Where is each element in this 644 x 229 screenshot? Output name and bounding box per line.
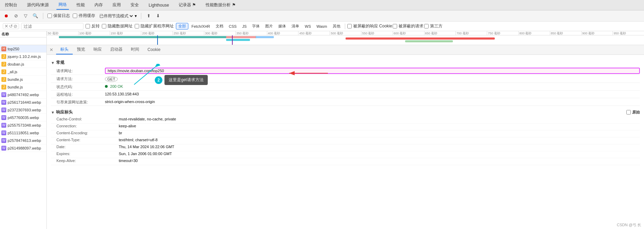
file-list-panel: H top250 J jquery-1.10.2.min.js J douban… bbox=[0, 45, 47, 229]
chevron-down-icon: ▾ bbox=[135, 14, 137, 18]
type-media[interactable]: 媒体 bbox=[276, 23, 288, 29]
file-item-webp-3[interactable]: W p2372307693.webp bbox=[0, 106, 46, 114]
throttle-select[interactable]: 已停用节流模式 bbox=[98, 13, 134, 19]
record-button[interactable]: ⏺ bbox=[3, 12, 10, 19]
file-item-webp-7[interactable]: W p2578474613.webp bbox=[0, 137, 46, 144]
tab-timing[interactable]: 时间 bbox=[127, 45, 143, 54]
tab-response[interactable]: 响应 bbox=[89, 45, 106, 54]
third-party-checkbox[interactable]: 第三方 bbox=[424, 23, 442, 29]
csdn-watermark: CSDN @弓.长 bbox=[617, 222, 641, 228]
hide-extension-url-checkbox[interactable]: 隐藏扩展程序网址 bbox=[135, 23, 174, 29]
stop-button[interactable]: ⊘ bbox=[12, 12, 19, 19]
nav-memory[interactable]: 内存 bbox=[92, 1, 105, 9]
nav-perf-insights[interactable]: 性能数据分析 ⚑ bbox=[204, 1, 238, 9]
file-item-webp-8[interactable]: W p2614988097.webp bbox=[0, 144, 46, 152]
file-item-bundle-2[interactable]: J bundle.js bbox=[0, 83, 46, 91]
filter-bar: ✕ ↺ ⊘ 反转 隐藏数据网址 隐藏扩展程序网址 全部 Fetch/XHR 文档… bbox=[0, 22, 644, 31]
type-font[interactable]: 字体 bbox=[250, 23, 262, 29]
import-button[interactable]: ⬆ bbox=[145, 12, 152, 19]
type-doc[interactable]: 文档 bbox=[213, 23, 226, 29]
file-item-webp-2[interactable]: W p2561716440.webp bbox=[0, 99, 46, 106]
type-wasm[interactable]: Wasm bbox=[314, 24, 330, 29]
type-img[interactable]: 图片 bbox=[263, 23, 275, 29]
annotation-2: 2 这里是get请求方法 bbox=[155, 75, 208, 85]
timeline-tick: 200 毫秒 bbox=[141, 31, 172, 35]
blocked-request-checkbox[interactable]: 被屏蔽的请求 bbox=[393, 23, 423, 29]
resp-cache-control: Cache-Control: must-revalidate, no-cache… bbox=[51, 117, 640, 124]
nav-security[interactable]: 安全 bbox=[128, 1, 141, 9]
tab-cookie[interactable]: Cookie bbox=[143, 46, 164, 54]
filter-clear-icon[interactable]: ✕ bbox=[5, 24, 8, 29]
nav-sources[interactable]: 源代码/来源 bbox=[25, 1, 51, 9]
network-toolbar: ⏺ ⊘ ▽ 🔍 保留日志 停用缓存 已停用节流模式 ▾ ⬆ ⬇ bbox=[0, 10, 644, 22]
status-code-label: 状态代码: bbox=[56, 84, 105, 90]
filter-block-icon[interactable]: ⊘ bbox=[14, 24, 17, 29]
response-headers-toggle-icon[interactable]: ▼ bbox=[51, 110, 55, 114]
js-file-icon-5: J bbox=[1, 85, 6, 90]
timeline-tick: 300 毫秒 bbox=[204, 31, 235, 35]
timeline-area: 名称 50 毫秒100 毫秒150 毫秒200 毫秒250 毫秒300 毫秒35… bbox=[0, 31, 644, 45]
reverse-checkbox[interactable]: 反转 bbox=[86, 23, 100, 29]
search-button[interactable]: 🔍 bbox=[32, 12, 39, 19]
file-item-webp-5[interactable]: W p2557573348.webp bbox=[0, 121, 46, 129]
file-item-top250[interactable]: H top250 bbox=[0, 45, 46, 53]
timeline-tick: 450 毫秒 bbox=[298, 31, 330, 35]
file-item-all-js[interactable]: J _all.js bbox=[0, 68, 46, 76]
file-item-webp-6[interactable]: W p511118051.webp bbox=[0, 129, 46, 137]
type-other[interactable]: 其他 bbox=[330, 23, 343, 29]
right-panel: ✕ 标头 预览 响应 启动器 时间 Cookie ▼ 常规 请求网址: http… bbox=[47, 45, 644, 229]
file-item-douban-js[interactable]: J douban.js bbox=[0, 60, 46, 68]
filter-input[interactable] bbox=[21, 23, 83, 30]
js-file-icon-1: J bbox=[1, 54, 6, 59]
tab-initiator[interactable]: 启动器 bbox=[106, 45, 127, 54]
timeline-tick: 150 毫秒 bbox=[110, 31, 141, 35]
close-panel-button[interactable]: ✕ bbox=[50, 47, 53, 52]
timeline-tick: 250 毫秒 bbox=[172, 31, 204, 35]
wf-bar-6 bbox=[405, 40, 453, 42]
resp-keep-alive: Keep-Alive: timeout=30 bbox=[51, 158, 640, 165]
nav-recorder[interactable]: 记录器 ⚑ bbox=[177, 1, 198, 9]
svg-line-3 bbox=[134, 67, 155, 85]
file-name-webp-5: p2557573348.webp bbox=[8, 123, 41, 127]
disable-cache-checkbox[interactable]: 停用缓存 bbox=[73, 13, 95, 19]
file-name-top250: top250 bbox=[8, 47, 19, 51]
hide-data-url-checkbox[interactable]: 隐藏数据网址 bbox=[102, 23, 133, 29]
type-js[interactable]: JS bbox=[240, 24, 249, 29]
nav-application[interactable]: 应用 bbox=[110, 1, 123, 9]
timeline-tick: 400 毫秒 bbox=[267, 31, 298, 35]
keep-log-checkbox[interactable]: 保留日志 bbox=[47, 13, 70, 19]
html-file-icon: H bbox=[1, 46, 6, 51]
type-css[interactable]: CSS bbox=[226, 24, 239, 29]
filter-button[interactable]: ▽ bbox=[22, 12, 29, 19]
wf-bar-3 bbox=[226, 39, 250, 41]
nav-network[interactable]: 网络 bbox=[56, 0, 69, 10]
timeline-tick: 800 毫秒 bbox=[518, 31, 550, 35]
nav-lighthouse[interactable]: Lighthouse bbox=[146, 1, 171, 9]
file-item-bundle-1[interactable]: J bundle.js bbox=[0, 76, 46, 83]
resp-content-encoding: Content-Encoding: br bbox=[51, 130, 640, 137]
type-manifest[interactable]: 清单 bbox=[289, 23, 302, 29]
js-file-icon-3: J bbox=[1, 69, 6, 74]
file-name-jquery: jquery-1.10.2.min.js bbox=[8, 54, 41, 59]
nav-performance[interactable]: 性能 bbox=[74, 1, 87, 9]
blocked-cookie-checkbox[interactable]: 被屏蔽的响应 Cookie bbox=[347, 23, 392, 29]
file-item-webp-4[interactable]: W p457760035.webp bbox=[0, 114, 46, 121]
nav-console[interactable]: 控制台 bbox=[3, 1, 19, 9]
type-ws[interactable]: WS bbox=[302, 24, 313, 29]
status-dot bbox=[105, 85, 108, 88]
filter-refresh-icon[interactable]: ↺ bbox=[9, 24, 13, 29]
timeline-tick: 700 毫秒 bbox=[455, 31, 487, 35]
file-name-webp-6: p511118051.webp bbox=[8, 131, 39, 135]
raw-checkbox[interactable]: 原始 bbox=[626, 110, 640, 115]
general-toggle-icon[interactable]: ▼ bbox=[51, 61, 55, 65]
tab-preview[interactable]: 预览 bbox=[73, 45, 89, 54]
file-item-webp-1[interactable]: W p480747492.webp bbox=[0, 91, 46, 99]
export-button[interactable]: ⬇ bbox=[155, 12, 161, 19]
type-all[interactable]: 全部 bbox=[176, 23, 188, 29]
file-item-jquery[interactable]: J jquery-1.10.2.min.js bbox=[0, 53, 46, 60]
type-fetch-xhr[interactable]: Fetch/XHR bbox=[189, 24, 213, 29]
timeline-marker-1 bbox=[157, 35, 158, 45]
tab-headers[interactable]: 标头 bbox=[56, 45, 73, 54]
response-headers-section-header: ▼ 响应标头 原始 bbox=[51, 109, 640, 115]
timeline-tick: 500 毫秒 bbox=[330, 31, 361, 35]
